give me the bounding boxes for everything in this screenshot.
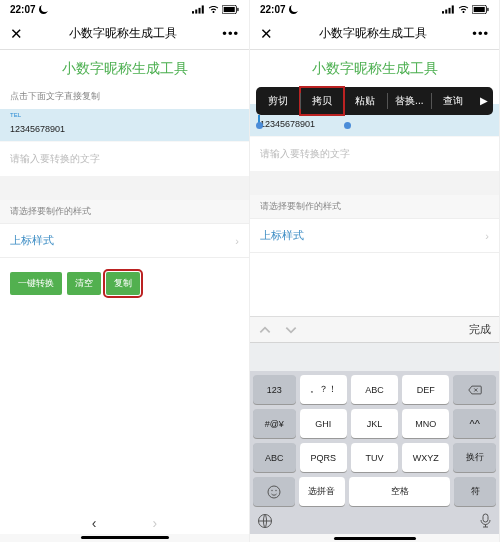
dnd-icon (39, 5, 48, 14)
back-button[interactable]: ‹ (92, 515, 97, 531)
action-buttons: 一键转换 清空 复制 (0, 258, 249, 309)
space-key[interactable]: 空格 (349, 477, 451, 506)
clear-button[interactable]: 清空 (67, 272, 101, 295)
svg-rect-7 (442, 11, 444, 13)
chevron-right-icon: › (485, 230, 489, 242)
style-picker-value: 上标样式 (10, 233, 54, 248)
enter-key[interactable]: 换行 (453, 443, 496, 472)
keyboard-accessory: 完成 (250, 316, 499, 342)
globe-key[interactable] (257, 513, 273, 529)
input-field[interactable]: 请输入要转换的文字 (0, 142, 249, 176)
output-field[interactable]: TEL 12345678901 (0, 109, 249, 141)
signal-icon (192, 5, 205, 14)
forward-button[interactable]: › (153, 515, 158, 531)
home-indicator[interactable] (81, 536, 169, 539)
svg-rect-2 (199, 7, 201, 13)
pinyin-key[interactable]: 选拼音 (299, 477, 345, 506)
nav-bar: ✕ 小数字昵称生成工具 ••• (250, 18, 499, 50)
svg-point-14 (268, 486, 280, 498)
sym-key[interactable]: 符 (454, 477, 496, 506)
more-arrow-icon[interactable]: ▶ (475, 87, 493, 115)
wifi-icon (208, 5, 219, 14)
wifi-icon (458, 5, 469, 14)
search-item[interactable]: 查询 (431, 87, 475, 115)
output-label: TEL (10, 112, 239, 118)
signal-icon (442, 5, 455, 14)
chevron-up-icon[interactable] (258, 323, 272, 337)
home-indicator[interactable] (334, 537, 416, 540)
key-ghi[interactable]: GHI (300, 409, 347, 438)
style-section-label: 请选择要制作的样式 (0, 200, 249, 223)
paste-item[interactable]: 粘贴 (344, 87, 388, 115)
time: 22:07 (10, 4, 36, 15)
mic-key[interactable] (479, 513, 492, 529)
output-value: 12345678901 (10, 124, 65, 134)
status-bar: 22:07 (0, 0, 249, 18)
close-button[interactable]: ✕ (10, 25, 23, 43)
more-button[interactable]: ••• (222, 26, 239, 41)
nav-title: 小数字昵称生成工具 (319, 25, 427, 42)
copy-item[interactable]: 拷贝 (300, 87, 344, 115)
svg-rect-5 (224, 6, 235, 11)
keyboard: 123 。？！ ABC DEF #@¥ GHI JKL MNO ^^ ABC P… (250, 371, 499, 534)
time: 22:07 (260, 4, 286, 15)
svg-rect-1 (195, 9, 197, 13)
svg-rect-18 (483, 514, 488, 522)
key-def[interactable]: DEF (402, 375, 449, 404)
key-punct[interactable]: 。？！ (300, 375, 347, 404)
svg-rect-8 (445, 9, 447, 13)
style-picker[interactable]: 上标样式 › (0, 223, 249, 258)
key-pqrs[interactable]: PQRS (300, 443, 347, 472)
svg-rect-3 (202, 5, 204, 13)
style-picker[interactable]: 上标样式 › (250, 218, 499, 253)
bottom-nav: ‹ › (0, 512, 249, 534)
convert-button[interactable]: 一键转换 (10, 272, 62, 295)
copy-hint: 点击下面文字直接复制 (0, 86, 249, 109)
close-button[interactable]: ✕ (260, 25, 273, 43)
candidate-bar[interactable] (250, 343, 499, 371)
svg-rect-13 (487, 7, 488, 10)
nav-title: 小数字昵称生成工具 (69, 25, 177, 42)
emoji-key[interactable] (253, 477, 295, 506)
output-value: 12345678901 (260, 119, 315, 129)
battery-icon (472, 5, 489, 14)
style-section-label: 请选择要制作的样式 (250, 195, 499, 218)
key-mno[interactable]: MNO (402, 409, 449, 438)
svg-point-16 (275, 489, 276, 490)
nav-bar: ✕ 小数字昵称生成工具 ••• (0, 18, 249, 50)
svg-rect-12 (474, 6, 485, 11)
svg-point-15 (271, 489, 272, 490)
key-tuv[interactable]: TUV (351, 443, 398, 472)
edit-popover: 剪切 拷贝 粘贴 替换... 查询 ▶ (256, 87, 493, 115)
svg-rect-9 (449, 7, 451, 13)
battery-icon (222, 5, 239, 14)
key-latin[interactable]: ABC (253, 443, 296, 472)
key-abc[interactable]: ABC (351, 375, 398, 404)
key-123[interactable]: 123 (253, 375, 296, 404)
page-title: 小数字昵称生成工具 (250, 50, 499, 86)
chevron-right-icon: › (235, 235, 239, 247)
backspace-key[interactable] (453, 375, 496, 404)
dnd-icon (289, 5, 298, 14)
svg-rect-10 (452, 5, 454, 13)
key-jkl[interactable]: JKL (351, 409, 398, 438)
svg-rect-0 (192, 11, 194, 13)
input-field[interactable]: 请输入要转换的文字 (250, 137, 499, 171)
key-caret[interactable]: ^^ (453, 409, 496, 438)
key-wxyz[interactable]: WXYZ (402, 443, 449, 472)
replace-item[interactable]: 替换... (387, 87, 431, 115)
cut-item[interactable]: 剪切 (256, 87, 300, 115)
done-button[interactable]: 完成 (469, 322, 491, 337)
style-picker-value: 上标样式 (260, 228, 304, 243)
chevron-down-icon[interactable] (284, 323, 298, 337)
page-title: 小数字昵称生成工具 (0, 50, 249, 86)
svg-rect-6 (237, 7, 238, 10)
copy-button[interactable]: 复制 (106, 272, 140, 295)
more-button[interactable]: ••• (472, 26, 489, 41)
status-bar: 22:07 (250, 0, 499, 18)
key-symbols[interactable]: #@¥ (253, 409, 296, 438)
